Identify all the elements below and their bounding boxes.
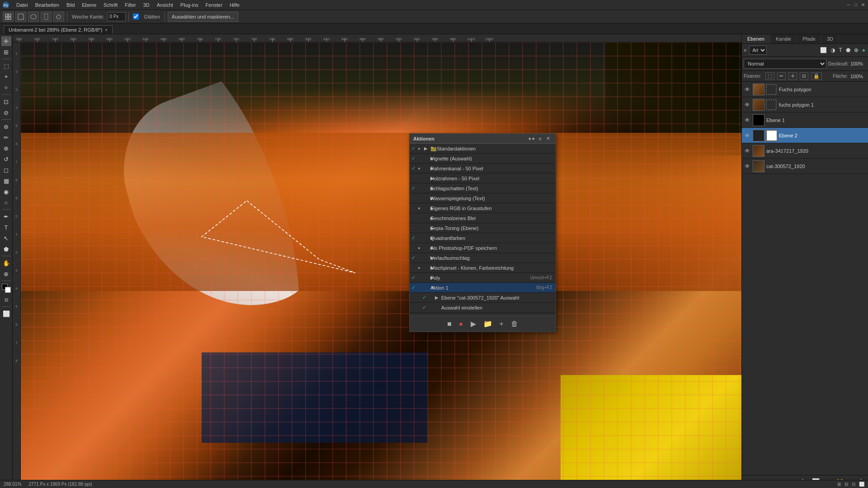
action-row-vignette[interactable]: ✓ ● ▶ Vignette (Auswahl) [410,154,556,164]
crop-tool[interactable]: ⊡ [1,97,11,107]
action-row-standardaktionen[interactable]: ✓ ● ▶ Standardaktionen [410,144,556,154]
tool-select-btn[interactable] [3,12,14,22]
menu-hilfe[interactable]: Hilfe [226,1,243,9]
action-row-eigenes-rgb[interactable]: ✓ ● ▶ Eigenes RGB in Graustufen [410,203,556,213]
action-expand[interactable]: ▶ [424,146,430,151]
layer-type-filter[interactable]: Art [749,46,767,55]
lock-all-btn[interactable]: 🔒 [811,72,822,80]
tab-ebenen[interactable]: Ebenen [742,34,770,43]
menu-ansicht[interactable]: Ansicht [153,1,177,9]
action-row-holzrahmen[interactable]: ✓ ● ▶ Holzrahmen - 50 Pixel [410,174,556,183]
action-row-mischpinsel[interactable]: ✓ ● ▶ Mischpinsel - Klonen, Farbeinricht… [410,263,556,273]
document-tab[interactable]: Unbenannt-2 bei 288% (Ebene 2, RGB/8*) × [4,25,113,34]
action-expand[interactable]: ▶ [424,176,430,181]
tab-3d[interactable]: 3D [821,34,839,43]
action-expand[interactable]: ▶ [424,265,430,270]
action-row-wasserspiegelung[interactable]: ✓ ● ▶ Wasserspiegelung (Text) [410,193,556,203]
rect-select-btn[interactable] [15,12,26,22]
actions-new-set-btn[interactable]: 📁 [481,319,494,329]
color-swatches[interactable] [2,284,11,293]
action-expand[interactable]: ▶ [424,206,430,211]
close-button[interactable]: ✕ [860,2,866,8]
clone-stamp-tool[interactable]: ⊕ [1,143,11,153]
blend-mode-select[interactable]: Normal [744,59,826,69]
layer-item[interactable]: 👁 Ebene 1 [742,113,868,128]
layer-item[interactable]: 👁 Fuchs polygon [742,82,868,97]
filter-type-btn[interactable]: T [838,46,843,54]
layer-item[interactable]: 👁 ara-3417217_1920 [742,143,868,159]
shape-tool[interactable]: ⬟ [1,244,11,254]
actions-menu-btn[interactable]: ≡ [537,136,543,141]
actions-new-action-btn[interactable]: + [498,319,505,329]
action-row-pdf[interactable]: ✓ ● ▶ Als Photoshop-PDF speichern [410,243,556,253]
lasso-select-btn[interactable] [53,12,64,22]
tab-close-icon[interactable]: × [105,28,108,33]
path-selection-tool[interactable]: ↖ [1,233,11,243]
action-expand[interactable]: ▶ [424,166,430,171]
lock-pixels-btn[interactable]: ✏ [777,72,786,80]
menu-datei[interactable]: Datei [13,1,32,9]
action-expand[interactable]: ▶ [435,295,441,300]
action-expand[interactable]: ▶ [424,275,430,280]
action-row-blei[interactable]: ✓ ● ▶ Geschmolzenes Blei [410,213,556,223]
menu-filter[interactable]: Filter [121,1,139,9]
actions-stop-btn[interactable]: ■ [445,319,453,329]
gradient-tool[interactable]: ▦ [1,176,11,186]
layer-visibility-icon[interactable]: 👁 [744,148,751,154]
lock-artboard-btn[interactable]: ⊟ [800,72,808,80]
actions-close-btn[interactable]: ✕ [544,136,552,141]
actions-collapse-btn[interactable]: ▸◂ [527,136,536,141]
brush-tool[interactable]: ✏ [1,132,11,142]
zoom-tool[interactable]: ⊕ [1,269,11,279]
layer-visibility-icon[interactable]: 👁 [744,163,751,169]
action-row-poly[interactable]: ✓ ● ▶ Poly Umsch+F2 [410,273,556,283]
action-expand[interactable]: ▶ [424,196,430,201]
history-brush-tool[interactable]: ↺ [1,154,11,164]
quick-mask-toggle[interactable]: ⊟ [1,295,11,305]
action-expand[interactable]: ▶ [424,255,430,260]
menu-bearbeiten[interactable]: Bearbeiten [32,1,63,9]
action-row-kopie[interactable]: ✓ ● ▶ Ebene durch Kopie [410,313,556,315]
canvas-viewport[interactable] [21,42,741,488]
actions-record-btn[interactable]: ● [457,319,465,329]
layer-visibility-icon[interactable]: 👁 [744,117,751,123]
column-select-btn[interactable] [41,12,52,22]
type-tool[interactable]: T [1,222,11,232]
action-expand[interactable]: ▶ [424,216,430,221]
menu-bild[interactable]: Bild [63,1,78,9]
layer-visibility-icon[interactable]: 👁 [744,132,751,139]
ellipse-select-btn[interactable] [28,12,39,22]
maximize-button[interactable]: □ [853,2,859,8]
smooth-checkbox[interactable] [133,14,139,19]
feather-input[interactable] [108,12,126,21]
rectangular-marquee-tool[interactable]: ⬚ [1,61,11,71]
action-expand[interactable]: ▶ [424,245,430,250]
menu-plugins[interactable]: Plug-ins [177,1,202,9]
artboard-tool[interactable]: ⊞ [1,47,11,57]
pen-tool[interactable]: ✒ [1,211,11,221]
action-expand[interactable]: ▶ [424,225,430,230]
lock-transparent-btn[interactable]: ⬚ [765,72,774,80]
action-expand[interactable]: ▶ [424,186,430,191]
filter-pixel-btn[interactable]: ⬜ [819,46,828,54]
select-mask-button[interactable]: Auswählen und maskieren... [168,12,238,22]
action-row-quadrantfarben[interactable]: ✓ ● ▶ Quadrantfarben [410,233,556,243]
action-row-verlauf[interactable]: ✓ ● ▶ Verlaufsumschlag [410,253,556,263]
menu-ebene[interactable]: Ebene [78,1,100,9]
action-row-rahmenkanal[interactable]: ✓ ● ▶ Rahmenkanal - 50 Pixel [410,164,556,174]
action-expand[interactable]: ▶ [424,235,430,240]
menu-fenster[interactable]: Fenster [202,1,226,9]
menu-3d[interactable]: 3D [140,1,153,9]
move-tool[interactable]: ✛ [1,36,11,46]
hand-tool[interactable]: ✋ [1,258,11,268]
magic-wand-tool[interactable]: ✧ [1,83,11,93]
eyedropper-tool[interactable]: ⊘ [1,108,11,117]
menu-schrift[interactable]: Schrift [100,1,121,9]
screen-mode-btn[interactable]: ⬜ [1,309,11,319]
healing-brush-tool[interactable]: ⊛ [1,122,11,131]
filter-adjust-btn[interactable]: ◑ [830,46,836,54]
minimize-button[interactable]: ─ [845,2,852,8]
actions-delete-btn[interactable]: 🗑 [509,319,520,329]
layer-visibility-icon[interactable]: 👁 [744,86,751,93]
layer-visibility-icon[interactable]: 👁 [744,102,751,108]
